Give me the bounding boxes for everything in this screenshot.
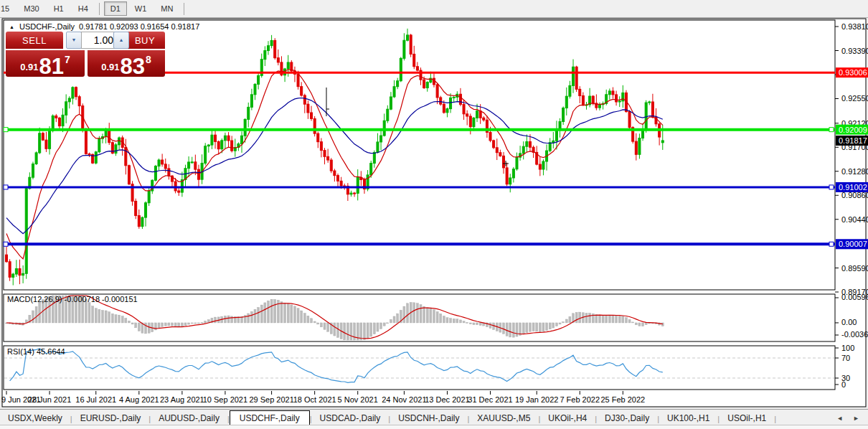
buy-price-tile[interactable]: 0.91 83 8 — [88, 50, 165, 77]
chart-symbol-period: USDCHF-,Daily — [19, 22, 75, 31]
timeframe-button-m30[interactable]: M30 — [17, 1, 45, 16]
svg-text:19 Jan 2022: 19 Jan 2022 — [515, 395, 559, 404]
hline-handle[interactable] — [829, 185, 834, 189]
toolbar-separator — [99, 3, 100, 15]
price-badge-0.91817: 0.91817 — [836, 136, 868, 146]
timeframe-button-d1[interactable]: D1 — [104, 1, 127, 16]
symbol-tab-ukoil-h4[interactable]: UKOil-,H4 — [540, 411, 595, 425]
buy-price-prefix: 0.91 — [101, 62, 119, 72]
buy-price-pipette: 8 — [146, 54, 151, 65]
symbol-tab-xauusd-m5[interactable]: XAUUSD-,M5 — [469, 411, 538, 425]
timeframe-button-h4[interactable]: H4 — [72, 1, 95, 16]
volume-increase-button[interactable]: ▲ — [113, 32, 129, 49]
svg-text:0.91280: 0.91280 — [841, 167, 868, 176]
symbol-tab-usdchf-daily[interactable]: USDCHF-,Daily — [230, 410, 310, 425]
svg-text:31 Dec 2021: 31 Dec 2021 — [468, 395, 512, 404]
toolbar-separator — [184, 3, 184, 15]
svg-text:29 Sep 2021: 29 Sep 2021 — [249, 395, 293, 404]
svg-text:0.005963: 0.005963 — [841, 293, 868, 301]
timeframe-button-mn[interactable]: MN — [154, 1, 179, 16]
hline-handle[interactable] — [4, 128, 8, 132]
svg-text:24 Nov 2021: 24 Nov 2021 — [382, 395, 426, 404]
sell-price-pipette: 7 — [65, 54, 70, 65]
price-badge-0.90007: 0.90007 — [836, 239, 868, 249]
svg-text:0: 0 — [841, 380, 846, 389]
svg-text:0.92550: 0.92550 — [841, 94, 868, 103]
symbol-tabbar: USDX,Weekly|EURUSD-,Daily|AUDUSD-,Daily|… — [0, 409, 868, 425]
svg-text:10 Sep 2021: 10 Sep 2021 — [203, 395, 247, 404]
svg-text:18 Oct 2021: 18 Oct 2021 — [293, 395, 336, 404]
svg-text:-0.003664: -0.003664 — [841, 330, 868, 339]
one-click-trade-panel: 0.91 81 7 0.91 83 8 SELL BUY ▼ 1.00 ▲ — [6, 32, 165, 77]
svg-text:70: 70 — [841, 354, 850, 362]
svg-text:28 Jun 2021: 28 Jun 2021 — [28, 395, 72, 404]
svg-text:0.89590: 0.89590 — [841, 264, 868, 273]
rsi-label: RSI(14) 45.6644 — [7, 347, 65, 356]
chart-ohlc-readout: 0.91781 0.92093 0.91654 0.91817 — [79, 22, 199, 31]
sell-button[interactable]: SELL — [6, 32, 63, 49]
svg-text:0.93006: 0.93006 — [839, 68, 867, 77]
macd-values: -0.000718 -0.000151 — [64, 295, 137, 303]
svg-text:5 Nov 2021: 5 Nov 2021 — [338, 395, 378, 404]
chart-title: ▲USDCHF-,Daily 0.91781 0.92093 0.91654 0… — [9, 22, 199, 31]
symbol-tab-dj30-daily[interactable]: DJ30-,Daily — [597, 411, 657, 425]
svg-text:0.92009: 0.92009 — [839, 126, 867, 134]
timeframe-button-w1[interactable]: W1 — [128, 1, 154, 16]
timeframe-button-h1[interactable]: H1 — [47, 1, 70, 16]
symbol-tab-usoil-h1[interactable]: USOil-,H1 — [720, 411, 774, 425]
macd-label: MACD(12,26,9) -0.000718 -0.000151 — [7, 295, 138, 303]
tab-separator: | — [774, 415, 776, 425]
price-badge-0.93006: 0.93006 — [836, 67, 868, 77]
svg-text:0.90007: 0.90007 — [839, 240, 867, 248]
price-badge-0.91002: 0.91002 — [836, 182, 868, 192]
svg-text:16 Jul 2021: 16 Jul 2021 — [75, 395, 116, 404]
svg-text:0.00: 0.00 — [841, 318, 857, 326]
svg-text:0.91002: 0.91002 — [839, 183, 867, 192]
tabs-scroll-right-icon[interactable]: ► — [853, 415, 859, 422]
panel-divider — [6, 49, 85, 50]
timeframe-button-15[interactable]: 15 — [0, 1, 16, 16]
sell-price-prefix: 0.91 — [20, 62, 38, 72]
buy-button[interactable]: BUY — [125, 32, 165, 49]
sell-price-tile[interactable]: 0.91 81 7 — [6, 50, 85, 77]
svg-text:0.93810: 0.93810 — [841, 22, 868, 31]
macd-name: MACD(12,26,9) — [7, 295, 62, 303]
svg-text:0.90440: 0.90440 — [841, 215, 868, 224]
price-badge-0.92009: 0.92009 — [836, 125, 868, 135]
timeframe-toolbar: 15M30H1H4D1W1MN — [0, 0, 868, 18]
bottom-strip — [0, 425, 868, 429]
rsi-pane[interactable] — [4, 346, 835, 390]
symbol-tab-uk100-h1[interactable]: UK100-,H1 — [659, 411, 717, 425]
rsi-value: 45.6644 — [37, 347, 65, 356]
svg-text:7 Feb 2022: 7 Feb 2022 — [560, 395, 600, 404]
hline-handle[interactable] — [4, 242, 8, 246]
symbol-tab-usdcnh-daily[interactable]: USDCNH-,Daily — [390, 411, 467, 425]
rsi-name: RSI(14) — [7, 347, 34, 356]
svg-text:0.91817: 0.91817 — [839, 136, 867, 145]
svg-text:23 Aug 2021: 23 Aug 2021 — [160, 395, 204, 404]
svg-text:100: 100 — [841, 344, 854, 352]
hline-handle[interactable] — [829, 128, 834, 132]
symbol-tab-usdcad-daily[interactable]: USDCAD-,Daily — [312, 411, 389, 425]
hline-handle[interactable] — [4, 185, 8, 189]
symbol-tab-usdx-weekly[interactable]: USDX,Weekly — [0, 411, 70, 425]
volume-decrease-button[interactable]: ▼ — [66, 32, 82, 49]
svg-text:25 Feb 2022: 25 Feb 2022 — [600, 395, 645, 404]
svg-text:0.90860: 0.90860 — [841, 191, 868, 199]
svg-text:4 Aug 2021: 4 Aug 2021 — [119, 395, 159, 404]
symbol-tab-audusd-daily[interactable]: AUDUSD-,Daily — [151, 411, 227, 425]
tabs-scroll-left-icon[interactable]: ◄ — [836, 415, 843, 422]
panel-divider — [88, 49, 165, 50]
hline-handle[interactable] — [829, 242, 834, 246]
svg-text:0.93390: 0.93390 — [841, 47, 868, 55]
symbol-tab-eurusd-daily[interactable]: EURUSD-,Daily — [72, 411, 149, 425]
buy-price-big: 83 — [121, 57, 145, 75]
sell-price-big: 81 — [39, 57, 64, 75]
volume-input[interactable]: 1.00 — [81, 32, 118, 49]
collapse-chart-icon[interactable]: ▲ — [9, 24, 14, 29]
svg-text:13 Dec 2021: 13 Dec 2021 — [425, 395, 469, 404]
trading-platform-window: 15M30H1H4D1W1MN 0.938100.933900.929700.9… — [0, 0, 868, 429]
